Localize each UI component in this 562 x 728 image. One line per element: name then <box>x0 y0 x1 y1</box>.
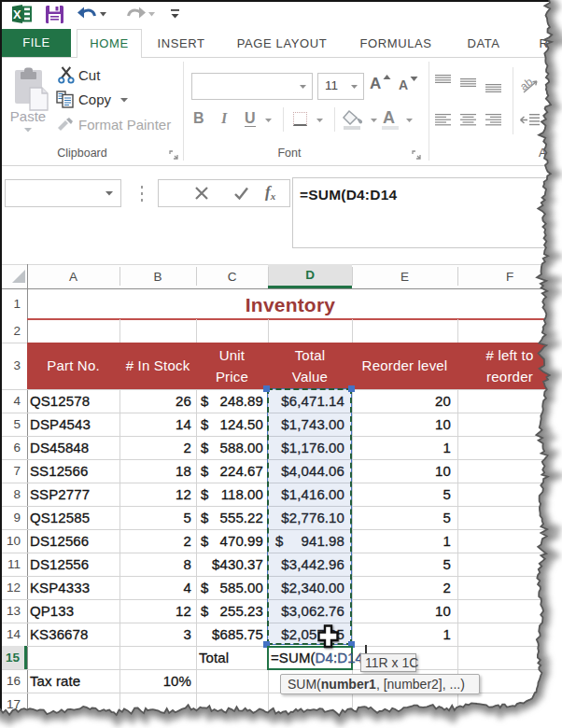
svg-text:X: X <box>13 7 21 21</box>
